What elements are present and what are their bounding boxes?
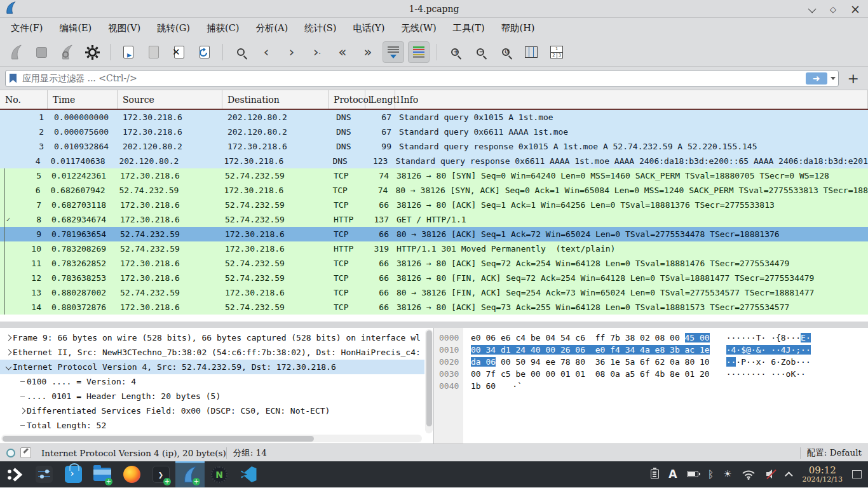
- packet-row-13[interactable]: 130.88028700252.74.232.59172.30.218.6TCP…: [0, 285, 868, 300]
- column-header-destination[interactable]: Destination: [222, 90, 329, 109]
- maximize-button[interactable]: ◇: [830, 5, 836, 13]
- detail-row-4[interactable]: .... 0101 = Header Length: 20 bytes (5): [0, 389, 424, 403]
- file-manager-button[interactable]: +: [88, 461, 117, 487]
- expand-icon[interactable]: [4, 350, 13, 355]
- menu-item-6[interactable]: 统计(S): [296, 20, 344, 37]
- menu-item-9[interactable]: 工具(T): [445, 20, 493, 37]
- details-horizontal-scrollbar[interactable]: [1, 435, 422, 442]
- details-vertical-scrollbar[interactable]: [425, 329, 433, 433]
- close-button[interactable]: ×: [850, 3, 860, 15]
- save-file-button[interactable]: [143, 41, 165, 63]
- menu-item-2[interactable]: 视图(V): [100, 20, 149, 37]
- detail-row-6[interactable]: Total Length: 52: [0, 418, 424, 433]
- packet-row-9[interactable]: 90.78196365452.74.232.59172.30.218.6TCP6…: [0, 227, 868, 241]
- display-filter-input-wrap[interactable]: ➜: [5, 70, 839, 87]
- menu-item-1[interactable]: 编辑(E): [51, 20, 100, 37]
- capture-comment-icon[interactable]: [20, 447, 31, 458]
- app-launcher-button[interactable]: [0, 461, 29, 487]
- menu-item-8[interactable]: 无线(W): [393, 20, 444, 37]
- menu-item-5[interactable]: 分析(A): [247, 20, 296, 37]
- detail-row-1[interactable]: Ethernet II, Src: NewH3CTechno_7b:38:02 …: [0, 345, 424, 360]
- packet-row-8[interactable]: ✓80.682934674172.30.218.652.74.232.59HTT…: [0, 212, 868, 227]
- expand-icon[interactable]: [18, 409, 27, 413]
- zoom-out-button[interactable]: −: [470, 41, 491, 63]
- apply-filter-button[interactable]: ➜: [806, 72, 827, 85]
- detail-row-2[interactable]: Internet Protocol Version 4, Src: 52.74.…: [0, 360, 424, 374]
- auto-scroll-button[interactable]: [383, 41, 404, 63]
- reset-layout-button[interactable]: 123: [546, 41, 567, 63]
- wifi-tray-icon[interactable]: [742, 469, 756, 480]
- go-forward-button[interactable]: ›: [281, 41, 302, 63]
- column-header-time[interactable]: Time: [48, 90, 118, 109]
- column-header-info[interactable]: Info: [395, 90, 868, 109]
- resize-columns-button[interactable]: [520, 41, 542, 63]
- minimize-button[interactable]: [810, 3, 816, 15]
- column-header-source[interactable]: Source: [118, 90, 222, 109]
- packet-row-1[interactable]: 10.000000000172.30.218.6202.120.80.2DNS6…: [0, 110, 868, 125]
- battery-tray-icon[interactable]: [687, 471, 698, 477]
- menu-item-3[interactable]: 跳转(G): [149, 20, 198, 37]
- restart-capture-button[interactable]: [56, 41, 78, 63]
- detail-row-3[interactable]: 0100 .... = Version: 4: [0, 374, 424, 389]
- clock[interactable]: 09:12 2024/12/13: [803, 465, 843, 484]
- volume-muted-tray-icon[interactable]: [765, 468, 778, 480]
- go-back-button[interactable]: ‹: [255, 41, 277, 63]
- detail-row-5[interactable]: Differentiated Services Field: 0x00 (DSC…: [0, 403, 424, 418]
- neovim-button[interactable]: N: [205, 461, 234, 487]
- menu-item-4[interactable]: 捕获(C): [198, 20, 247, 37]
- system-settings-button[interactable]: [29, 461, 58, 487]
- filter-dropdown-caret-icon[interactable]: [831, 77, 836, 80]
- add-filter-button[interactable]: +: [844, 71, 863, 86]
- hex-row-0040[interactable]: 00401b 60·`: [434, 381, 868, 393]
- tray-expand-icon[interactable]: [787, 471, 793, 477]
- colorize-button[interactable]: [408, 41, 430, 63]
- zoom-in-button[interactable]: +: [444, 41, 466, 63]
- packet-row-4[interactable]: 40.011740638202.120.80.2172.30.218.6DNS1…: [0, 154, 868, 168]
- go-first-packet-button[interactable]: «: [332, 41, 353, 63]
- go-last-packet-button[interactable]: »: [357, 41, 379, 63]
- packet-row-5[interactable]: 50.012242361172.30.218.652.74.232.59TCP7…: [0, 168, 868, 183]
- packet-row-2[interactable]: 20.000075600172.30.218.6202.120.80.2DNS6…: [0, 125, 868, 139]
- find-packet-button[interactable]: [230, 41, 252, 63]
- hex-row-0030[interactable]: 003000 7f c5 be 00 00 01 01 08 0a a5 6f …: [434, 369, 868, 381]
- clipboard-tray-icon[interactable]: [651, 469, 659, 479]
- hex-row-0020[interactable]: 0020da 06 00 50 94 ee 78 80 36 1e 5a 6f …: [434, 357, 868, 369]
- packet-row-6[interactable]: 60.68260794252.74.232.59172.30.218.6TCP7…: [0, 183, 868, 198]
- terminal-button[interactable]: ❯+: [146, 461, 175, 487]
- status-profile[interactable]: 配置: Default: [807, 447, 868, 459]
- zoom-reset-button[interactable]: ↺: [495, 41, 517, 63]
- brightness-tray-icon[interactable]: ☀: [723, 468, 731, 480]
- menu-item-7[interactable]: 电话(Y): [344, 20, 393, 37]
- stop-capture-button[interactable]: [31, 41, 52, 63]
- packet-row-11[interactable]: 110.783262852172.30.218.652.74.232.59TCP…: [0, 256, 868, 271]
- collapse-icon[interactable]: [4, 365, 13, 369]
- show-desktop-button[interactable]: [852, 470, 862, 478]
- firefox-button[interactable]: [117, 461, 146, 487]
- menu-item-0[interactable]: 文件(F): [3, 20, 51, 37]
- capture-options-button[interactable]: [81, 41, 103, 63]
- hex-row-0010[interactable]: 001000 34 d1 24 40 00 26 06 e0 f4 34 4a …: [434, 345, 868, 357]
- vscode-button[interactable]: [234, 461, 263, 487]
- packet-row-12[interactable]: 120.783638253172.30.218.652.74.232.59TCP…: [0, 271, 868, 285]
- menu-item-10[interactable]: 帮助(H): [493, 20, 543, 37]
- go-to-packet-button[interactable]: ›·: [306, 41, 328, 63]
- column-header-length[interactable]: Lengtl: [365, 90, 395, 109]
- filter-bookmark-icon[interactable]: [10, 74, 17, 83]
- expert-info-icon[interactable]: [6, 449, 15, 458]
- column-header-protocol[interactable]: Protocol: [329, 90, 365, 109]
- packet-row-3[interactable]: 30.010932864202.120.80.2172.30.218.6DNS9…: [0, 139, 868, 154]
- packet-row-10[interactable]: 100.78320826952.74.232.59172.30.218.6HTT…: [0, 241, 868, 256]
- open-file-button[interactable]: ▸: [118, 41, 139, 63]
- start-capture-button[interactable]: [5, 41, 27, 63]
- display-filter-input[interactable]: [21, 72, 806, 84]
- expand-icon[interactable]: [4, 336, 13, 340]
- packet-row-7[interactable]: 70.682703118172.30.218.652.74.232.59TCP6…: [0, 198, 868, 212]
- pane-splitter[interactable]: [0, 322, 868, 328]
- hex-row-0000[interactable]: 0000e0 06 e6 c4 be 04 54 c6 ff 7b 38 02 …: [434, 333, 868, 345]
- wireshark-task-button[interactable]: +: [175, 461, 205, 487]
- discover-button[interactable]: [58, 461, 88, 487]
- reload-file-button[interactable]: [194, 41, 215, 63]
- detail-row-0[interactable]: Frame 9: 66 bytes on wire (528 bits), 66…: [0, 330, 424, 345]
- column-header-no[interactable]: No.: [0, 90, 48, 109]
- input-method-tray-icon[interactable]: A: [668, 468, 677, 480]
